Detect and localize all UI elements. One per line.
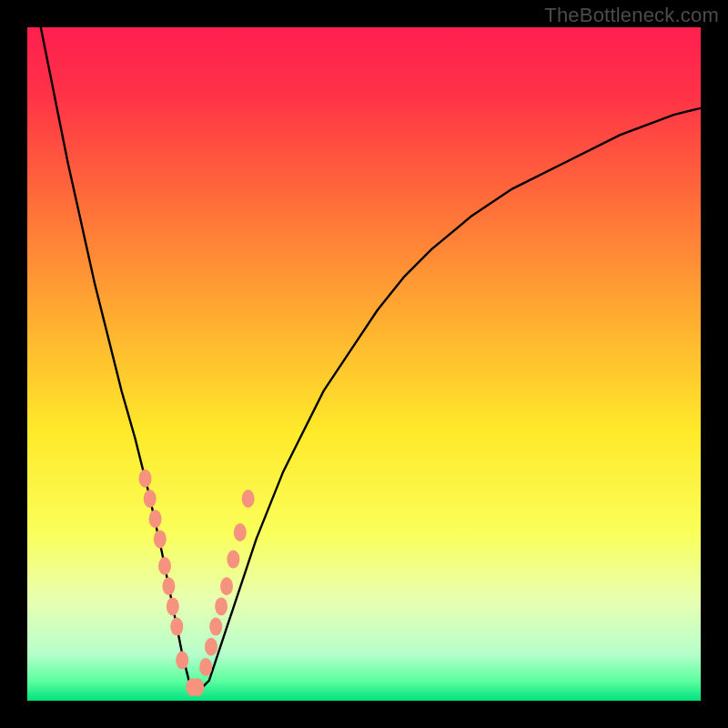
curve-marker bbox=[149, 510, 162, 528]
curve-marker bbox=[170, 618, 183, 636]
curve-marker bbox=[215, 597, 228, 615]
watermark-text: TheBottleneck.com bbox=[544, 4, 719, 27]
curve-marker bbox=[227, 551, 239, 569]
curve-markers bbox=[139, 470, 255, 696]
chart-stage: TheBottleneck.com bbox=[0, 0, 728, 728]
curve-marker bbox=[139, 470, 152, 488]
curve-marker bbox=[220, 577, 233, 595]
curve-marker bbox=[154, 530, 167, 548]
plot-area bbox=[27, 27, 701, 701]
curve-marker bbox=[167, 597, 179, 615]
curve-marker bbox=[242, 490, 255, 508]
curve-marker bbox=[158, 557, 171, 575]
bottleneck-curve bbox=[41, 27, 701, 687]
curve-marker bbox=[209, 618, 222, 636]
curve-marker bbox=[144, 490, 157, 508]
curve-marker bbox=[176, 652, 188, 670]
curve-marker bbox=[191, 678, 204, 696]
curve-marker bbox=[199, 658, 212, 676]
curve-marker bbox=[205, 638, 217, 656]
curve-marker bbox=[234, 523, 247, 541]
curve-marker bbox=[162, 577, 175, 595]
curve-layer bbox=[27, 27, 701, 701]
